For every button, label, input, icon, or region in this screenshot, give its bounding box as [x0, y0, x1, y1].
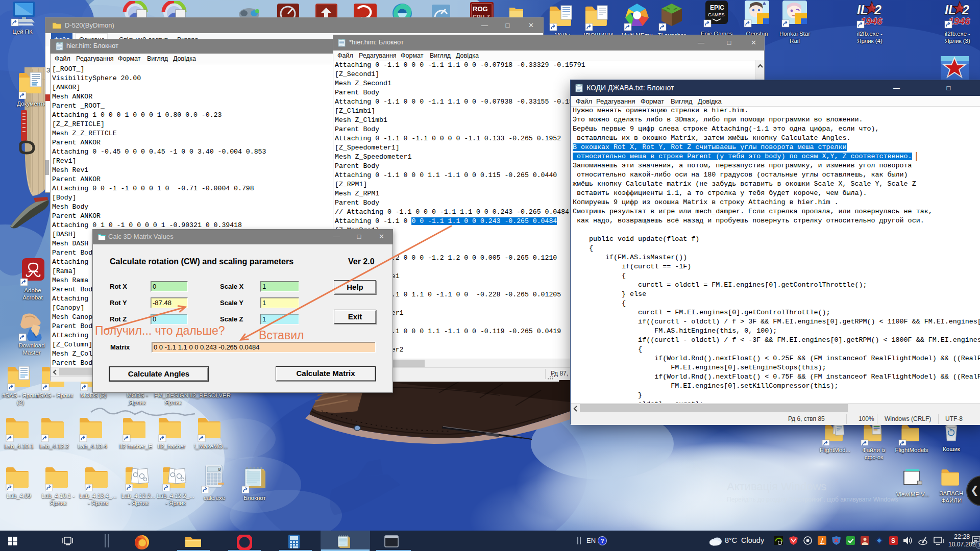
svg-text:EPIC: EPIC — [710, 4, 724, 11]
svg-text:ROG: ROG — [473, 5, 488, 13]
svg-text:S: S — [891, 537, 895, 544]
svg-text:0: 0 — [218, 467, 220, 472]
svg-text:GAMES: GAMES — [708, 12, 725, 17]
